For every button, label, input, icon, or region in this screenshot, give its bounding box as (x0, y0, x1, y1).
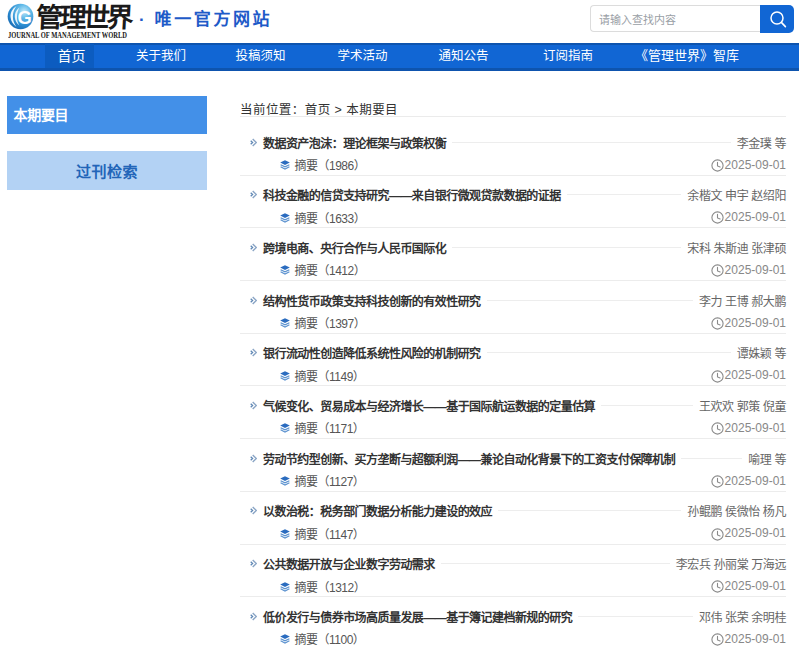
svg-text:G: G (17, 7, 31, 28)
